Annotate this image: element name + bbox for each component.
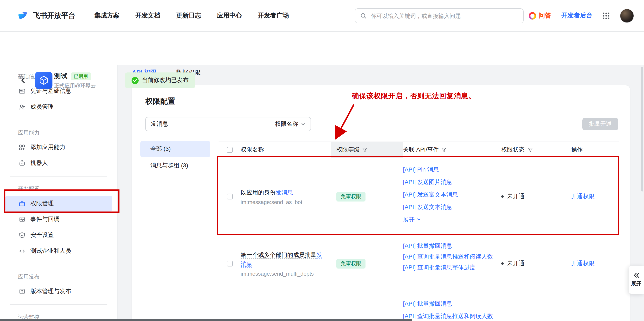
status-dot [501,195,504,198]
page: 飞书开放平台 集成方案 开发文档 更新日志 应用中心 开发者广场 问答 开发者后… [0,0,644,321]
api-link[interactable]: [API] 发送文本消息 [403,201,498,213]
search-input[interactable] [370,12,518,19]
user-avatar[interactable] [620,8,634,23]
side-panel-expand-button[interactable]: 展开 [628,266,644,294]
keyword-highlight-link[interactable]: 发消息 [276,189,293,196]
header-action: 操作 [571,146,583,154]
table-row-send-multi-users: 给多个用户批量发消息 [API] 批量撤回消息 [API] 查询批量消息推送和阅… [218,292,619,321]
back-button[interactable] [18,75,28,85]
api-link[interactable]: [API] 发送图片消息 [403,176,498,188]
check-circle-icon [132,77,138,84]
permission-search-group: 权限名称 [145,117,311,131]
nav-item-changelog[interactable]: 更新日志 [176,12,201,20]
filter-funnel-icon[interactable] [362,148,367,152]
nav-item-docs[interactable]: 开发文档 [135,12,160,20]
category-all[interactable]: 全部 (3) [140,141,210,158]
sidebar-item-events[interactable]: 事件与回调 [5,212,112,227]
filter-funnel-icon[interactable] [528,148,533,152]
sidebar-item-permissions[interactable]: 权限管理 [5,196,112,212]
app-subtitle: 正式应用@环界云 [54,82,96,90]
code-brackets-icon [19,248,26,254]
filter-funnel-icon[interactable] [442,148,446,152]
api-link[interactable]: [API] 发送富文本消息 [403,188,498,201]
table-row-send-as-bot: 以应用的身份发消息 im:message:send_as_bot 免审权限 [A… [218,158,619,235]
sidebar-item-security[interactable]: 安全设置 [5,227,112,243]
sidebar-item-version-release[interactable]: 版本管理与发布 [5,284,112,299]
enabled-status-badge: 已启用 [71,72,91,80]
horizontal-scrollbar[interactable] [0,319,412,321]
level-badge: 免审权限 [336,259,366,268]
app-header: 测试 已启用 正式应用@环界云 当前修改均已发布 [0,32,644,65]
row-checkbox[interactable] [227,194,232,200]
permission-code: im:message:send_multi_depts [240,270,314,277]
header-permission-name: 权限名称 [240,146,264,154]
api-link[interactable]: [API] 查询批量消息推送和阅读人数 [403,310,498,321]
api-link[interactable]: [API] 批量撤回消息 [403,297,498,310]
sidebar-divider [10,264,108,264]
brand[interactable]: 飞书开放平台 [17,9,75,22]
app-name: 测试 [54,72,68,81]
version-release-icon [19,288,26,295]
category-list: 全部 (3) 消息与群组 (3) [140,141,210,174]
sidebar-item-add-capability[interactable]: 添加应用能力 [5,140,112,155]
developer-console-link[interactable]: 开发者后台 [561,12,592,20]
qa-link[interactable]: 问答 [529,12,551,20]
permission-table: 权限名称 权限等级 关联 API/事件 权限状态 [218,142,619,321]
sidebar-item-members[interactable]: 成员管理 [5,99,112,115]
nav-item-app-center[interactable]: 应用中心 [217,12,242,20]
topnav-right: 问答 开发者后台 [529,8,634,23]
sidebar: 基础信息 凭证与基础信息 成员管理 应用能力 [0,65,118,321]
search-icon [360,12,367,19]
status-text: 未开通 [507,193,524,200]
sidebar-section-release: 应用发布 [0,269,118,284]
sidebar-divider [10,176,108,176]
api-link[interactable]: [API] Pin 消息 [403,163,498,176]
apps-grid-icon[interactable] [602,12,610,19]
header-permission-level: 权限等级 [336,146,360,154]
permission-search-input[interactable] [146,118,269,131]
robot-icon [19,160,26,166]
level-badge: 免审权限 [336,192,366,201]
permission-name: 以应用的身份发消息 [240,188,293,197]
app-icon [35,72,52,89]
sidebar-item-test-org[interactable]: 测试企业和人员 [5,243,112,259]
chevron-down-icon [417,217,421,222]
content-area: API 权限 数据权限 权限配置 权限名称 批量开通 全部 (3) 消息与群组 … [118,65,644,321]
permission-tabs: API 权限 数据权限 [132,65,630,80]
nav-item-dev-plaza[interactable]: 开发者广场 [258,12,289,20]
table-row-send-multi-depts: 给一个或多个部门的成员批量发消息 im:message:send_multi_d… [218,235,619,292]
batch-open-button[interactable]: 批量开通 [582,118,618,130]
row-checkbox[interactable] [227,261,232,266]
sidebar-item-bot[interactable]: 机器人 [5,155,112,171]
sidebar-section-capability: 应用能力 [0,125,118,140]
table-header-row: 权限名称 权限等级 关联 API/事件 权限状态 [218,142,619,158]
expand-api-list-link[interactable]: 展开 [403,213,498,226]
open-permission-link[interactable]: 开通权限 [571,193,594,200]
vertical-scrollbar[interactable] [641,66,643,192]
sidebar-section-dev-config: 开发配置 [0,182,118,196]
sidebar-divider [10,304,108,305]
sidebar-divider [10,120,108,120]
chevron-down-icon [301,122,305,126]
status-dot [501,262,504,265]
app-name-row: 测试 已启用 [54,72,91,81]
select-all-checkbox[interactable] [227,147,232,153]
category-messaging[interactable]: 消息与群组 (3) [140,158,210,174]
nav-item-integration[interactable]: 集成方案 [94,12,120,20]
search-field-select[interactable]: 权限名称 [269,118,310,131]
double-chevron-left-icon [634,272,639,278]
status-text: 未开通 [507,260,524,267]
api-link[interactable]: [API] 批量撤回消息 [403,240,498,251]
brand-name: 飞书开放平台 [33,11,75,20]
add-capability-icon [19,144,26,151]
open-permission-link[interactable]: 开通权限 [571,260,594,267]
credential-icon [19,88,26,94]
header-permission-status: 权限状态 [501,146,524,154]
expand-panel-label: 展开 [631,280,641,287]
api-link[interactable]: [API] 查询批量消息整体进度 [403,262,498,273]
annotation-note: 确保该权限开启，否则无法回复消息。 [352,91,476,101]
api-link[interactable]: [API] 查询批量消息推送和阅读人数 [403,251,498,262]
top-navigation: 飞书开放平台 集成方案 开发文档 更新日志 应用中心 开发者广场 问答 开发者后… [0,0,644,32]
feishu-logo-icon [17,9,29,22]
global-search[interactable] [355,8,524,23]
